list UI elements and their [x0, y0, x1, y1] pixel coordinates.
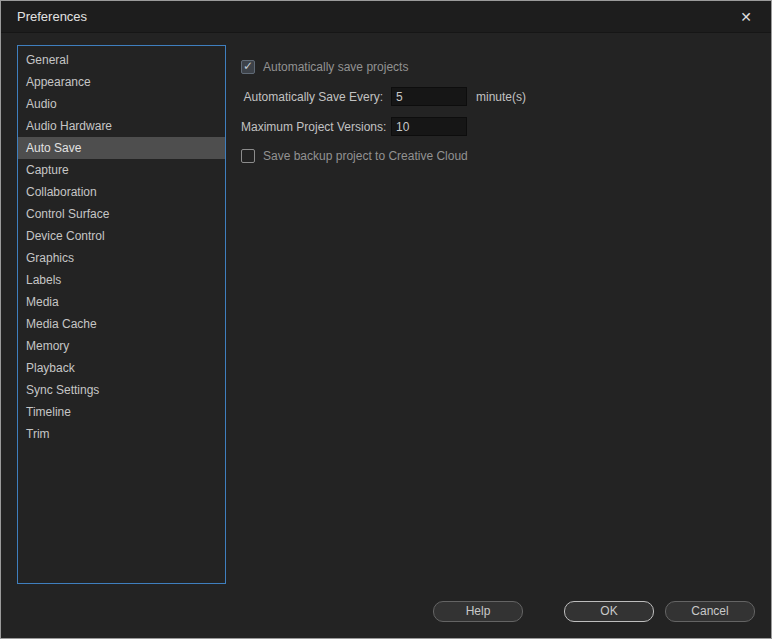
sidebar-item-appearance[interactable]: Appearance — [18, 71, 225, 93]
sidebar-item-playback[interactable]: Playback — [18, 357, 225, 379]
max-versions-row: Maximum Project Versions: — [241, 117, 755, 136]
sidebar-item-label: Timeline — [26, 405, 71, 419]
sidebar-item-media-cache[interactable]: Media Cache — [18, 313, 225, 335]
sidebar-item-label: Playback — [26, 361, 75, 375]
preferences-dialog: Preferences ✕ General Appearance Audio A… — [0, 0, 772, 639]
ok-button[interactable]: OK — [564, 601, 654, 622]
sidebar-item-memory[interactable]: Memory — [18, 335, 225, 357]
help-button[interactable]: Help — [433, 601, 523, 622]
sidebar-list: General Appearance Audio Audio Hardware … — [17, 45, 226, 584]
auto-save-panel: ✓ Automatically save projects Automatica… — [241, 45, 755, 163]
backup-checkbox[interactable]: ✓ — [241, 149, 255, 163]
cancel-button[interactable]: Cancel — [665, 601, 755, 622]
sidebar-item-general[interactable]: General — [18, 49, 225, 71]
titlebar: Preferences ✕ — [1, 1, 771, 33]
sidebar-item-label: Sync Settings — [26, 383, 99, 397]
sidebar-item-sync-settings[interactable]: Sync Settings — [18, 379, 225, 401]
sidebar-item-media[interactable]: Media — [18, 291, 225, 313]
sidebar-item-audio[interactable]: Audio — [18, 93, 225, 115]
sidebar-item-label: Graphics — [26, 251, 74, 265]
check-icon: ✓ — [242, 59, 254, 73]
save-every-suffix: minute(s) — [476, 90, 526, 104]
sidebar-item-timeline[interactable]: Timeline — [18, 401, 225, 423]
sidebar-item-label: Memory — [26, 339, 69, 353]
sidebar-item-graphics[interactable]: Graphics — [18, 247, 225, 269]
sidebar-item-label: Audio — [26, 97, 57, 111]
sidebar-item-label: Device Control — [26, 229, 105, 243]
sidebar-item-label: Auto Save — [26, 141, 81, 155]
sidebar-item-label: Audio Hardware — [26, 119, 112, 133]
sidebar-item-label: Trim — [26, 427, 50, 441]
window-title: Preferences — [17, 9, 87, 24]
sidebar-item-label: Media — [26, 295, 59, 309]
max-versions-label: Maximum Project Versions: — [241, 120, 383, 134]
autosave-checkbox-label: Automatically save projects — [263, 60, 408, 74]
sidebar-item-label: Collaboration — [26, 185, 97, 199]
close-icon[interactable]: ✕ — [737, 8, 755, 26]
sidebar-item-capture[interactable]: Capture — [18, 159, 225, 181]
sidebar-item-label: General — [26, 53, 69, 67]
autosave-checkbox-row[interactable]: ✓ Automatically save projects — [241, 59, 755, 74]
sidebar-item-device-control[interactable]: Device Control — [18, 225, 225, 247]
footer-buttons: Help OK Cancel — [433, 601, 755, 622]
sidebar-item-auto-save[interactable]: Auto Save — [18, 137, 225, 159]
autosave-checkbox[interactable]: ✓ — [241, 60, 255, 74]
sidebar-item-label: Labels — [26, 273, 61, 287]
sidebar-item-label: Media Cache — [26, 317, 97, 331]
backup-checkbox-row[interactable]: ✓ Save backup project to Creative Cloud — [241, 148, 755, 163]
max-versions-input[interactable] — [391, 117, 467, 136]
sidebar-item-labels[interactable]: Labels — [18, 269, 225, 291]
sidebar-item-trim[interactable]: Trim — [18, 423, 225, 445]
save-every-row: Automatically Save Every: minute(s) — [241, 87, 755, 106]
sidebar-item-control-surface[interactable]: Control Surface — [18, 203, 225, 225]
save-every-label: Automatically Save Every: — [241, 90, 383, 104]
save-every-input[interactable] — [391, 87, 467, 106]
sidebar-item-label: Capture — [26, 163, 69, 177]
sidebar-item-label: Control Surface — [26, 207, 109, 221]
sidebar-item-audio-hardware[interactable]: Audio Hardware — [18, 115, 225, 137]
sidebar-item-label: Appearance — [26, 75, 91, 89]
backup-checkbox-label: Save backup project to Creative Cloud — [263, 149, 468, 163]
sidebar-item-collaboration[interactable]: Collaboration — [18, 181, 225, 203]
